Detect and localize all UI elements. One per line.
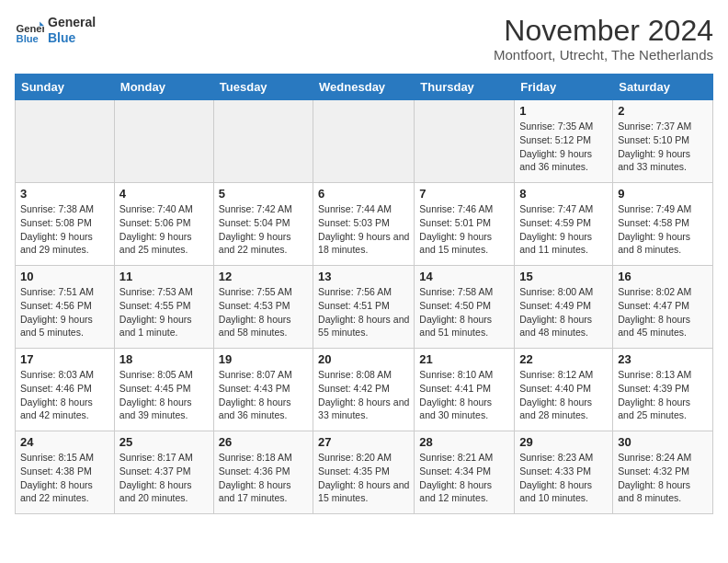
logo-icon: General Blue (15, 16, 44, 45)
day-info: Sunrise: 8:17 AM Sunset: 4:37 PM Dayligh… (119, 451, 209, 505)
day-cell-27: 27Sunrise: 8:20 AM Sunset: 4:35 PM Dayli… (313, 431, 415, 514)
weekday-header-friday: Friday (515, 75, 613, 100)
day-info: Sunrise: 7:42 AM Sunset: 5:04 PM Dayligh… (219, 202, 308, 257)
day-cell-29: 29Sunrise: 8:23 AM Sunset: 4:33 PM Dayli… (515, 431, 613, 514)
day-number: 20 (318, 352, 409, 366)
day-info: Sunrise: 8:05 AM Sunset: 4:45 PM Dayligh… (119, 368, 209, 422)
day-number: 1 (519, 104, 608, 118)
day-info: Sunrise: 8:20 AM Sunset: 4:35 PM Dayligh… (318, 451, 409, 505)
day-cell-23: 23Sunrise: 8:13 AM Sunset: 4:39 PM Dayli… (613, 349, 713, 431)
title-area: November 2024 Montfoort, Utrecht, The Ne… (494, 15, 713, 63)
day-cell-28: 28Sunrise: 8:21 AM Sunset: 4:34 PM Dayli… (415, 431, 515, 514)
day-info: Sunrise: 7:49 AM Sunset: 4:58 PM Dayligh… (618, 202, 708, 257)
day-info: Sunrise: 7:46 AM Sunset: 5:01 PM Dayligh… (419, 202, 509, 257)
day-number: 5 (219, 187, 308, 201)
day-number: 30 (618, 435, 708, 449)
day-cell-4: 4Sunrise: 7:40 AM Sunset: 5:06 PM Daylig… (114, 183, 213, 266)
day-info: Sunrise: 8:02 AM Sunset: 4:47 PM Dayligh… (618, 285, 708, 339)
calendar-table: SundayMondayTuesdayWednesdayThursdayFrid… (15, 74, 713, 514)
day-cell-16: 16Sunrise: 8:02 AM Sunset: 4:47 PM Dayli… (613, 266, 713, 349)
main-title: November 2024 (494, 15, 713, 47)
day-cell-21: 21Sunrise: 8:10 AM Sunset: 4:41 PM Dayli… (415, 349, 515, 431)
day-number: 28 (419, 435, 509, 449)
day-cell-2: 2Sunrise: 7:37 AM Sunset: 5:10 PM Daylig… (613, 100, 713, 183)
day-info: Sunrise: 8:08 AM Sunset: 4:42 PM Dayligh… (318, 368, 409, 422)
day-cell-12: 12Sunrise: 7:55 AM Sunset: 4:53 PM Dayli… (213, 266, 313, 349)
day-info: Sunrise: 8:24 AM Sunset: 4:32 PM Dayligh… (618, 451, 708, 505)
week-row-5: 24Sunrise: 8:15 AM Sunset: 4:38 PM Dayli… (16, 431, 713, 514)
day-cell-24: 24Sunrise: 8:15 AM Sunset: 4:38 PM Dayli… (16, 431, 115, 514)
weekday-header-sunday: Sunday (16, 75, 115, 100)
day-info: Sunrise: 8:13 AM Sunset: 4:39 PM Dayligh… (618, 368, 708, 422)
empty-cell (213, 100, 313, 183)
weekday-header-tuesday: Tuesday (213, 75, 313, 100)
svg-text:Blue: Blue (17, 33, 39, 44)
day-number: 27 (318, 435, 409, 449)
day-info: Sunrise: 7:40 AM Sunset: 5:06 PM Dayligh… (119, 202, 209, 257)
day-info: Sunrise: 8:07 AM Sunset: 4:43 PM Dayligh… (219, 368, 308, 422)
week-row-3: 10Sunrise: 7:51 AM Sunset: 4:56 PM Dayli… (16, 266, 713, 349)
day-info: Sunrise: 7:47 AM Sunset: 4:59 PM Dayligh… (519, 202, 608, 257)
day-cell-13: 13Sunrise: 7:56 AM Sunset: 4:51 PM Dayli… (313, 266, 415, 349)
day-number: 10 (20, 270, 109, 283)
day-number: 18 (119, 352, 209, 366)
day-info: Sunrise: 7:51 AM Sunset: 4:56 PM Dayligh… (20, 285, 109, 339)
day-number: 17 (20, 352, 109, 366)
day-info: Sunrise: 7:56 AM Sunset: 4:51 PM Dayligh… (318, 285, 409, 339)
empty-cell (313, 100, 415, 183)
day-info: Sunrise: 7:53 AM Sunset: 4:55 PM Dayligh… (119, 285, 209, 339)
day-cell-18: 18Sunrise: 8:05 AM Sunset: 4:45 PM Dayli… (114, 349, 213, 431)
day-number: 19 (219, 352, 308, 366)
day-number: 15 (519, 270, 608, 283)
week-row-2: 3Sunrise: 7:38 AM Sunset: 5:08 PM Daylig… (16, 183, 713, 266)
day-number: 22 (519, 352, 608, 366)
day-number: 23 (618, 352, 708, 366)
day-number: 21 (419, 352, 509, 366)
day-number: 9 (618, 187, 708, 201)
weekday-header-monday: Monday (114, 75, 213, 100)
weekday-header-row: SundayMondayTuesdayWednesdayThursdayFrid… (16, 75, 713, 100)
day-info: Sunrise: 7:37 AM Sunset: 5:10 PM Dayligh… (618, 120, 708, 174)
empty-cell (114, 100, 213, 183)
day-number: 7 (419, 187, 509, 201)
day-number: 4 (119, 187, 209, 201)
day-info: Sunrise: 8:15 AM Sunset: 4:38 PM Dayligh… (20, 451, 109, 505)
day-cell-7: 7Sunrise: 7:46 AM Sunset: 5:01 PM Daylig… (415, 183, 515, 266)
day-number: 11 (119, 270, 209, 283)
day-cell-1: 1Sunrise: 7:35 AM Sunset: 5:12 PM Daylig… (515, 100, 613, 183)
week-row-1: 1Sunrise: 7:35 AM Sunset: 5:12 PM Daylig… (16, 100, 713, 183)
weekday-header-saturday: Saturday (613, 75, 713, 100)
day-cell-3: 3Sunrise: 7:38 AM Sunset: 5:08 PM Daylig… (16, 183, 115, 266)
day-number: 6 (318, 187, 409, 201)
day-number: 8 (519, 187, 608, 201)
day-cell-10: 10Sunrise: 7:51 AM Sunset: 4:56 PM Dayli… (16, 266, 115, 349)
day-info: Sunrise: 7:44 AM Sunset: 5:03 PM Dayligh… (318, 202, 409, 257)
day-number: 25 (119, 435, 209, 449)
logo-text: General Blue (48, 15, 96, 46)
day-number: 16 (618, 270, 708, 283)
logo: General Blue General Blue (15, 15, 96, 46)
day-cell-19: 19Sunrise: 8:07 AM Sunset: 4:43 PM Dayli… (213, 349, 313, 431)
day-info: Sunrise: 7:55 AM Sunset: 4:53 PM Dayligh… (219, 285, 308, 339)
day-cell-9: 9Sunrise: 7:49 AM Sunset: 4:58 PM Daylig… (613, 183, 713, 266)
day-cell-17: 17Sunrise: 8:03 AM Sunset: 4:46 PM Dayli… (16, 349, 115, 431)
day-info: Sunrise: 7:58 AM Sunset: 4:50 PM Dayligh… (419, 285, 509, 339)
day-info: Sunrise: 8:10 AM Sunset: 4:41 PM Dayligh… (419, 368, 509, 422)
day-cell-20: 20Sunrise: 8:08 AM Sunset: 4:42 PM Dayli… (313, 349, 415, 431)
day-info: Sunrise: 8:21 AM Sunset: 4:34 PM Dayligh… (419, 451, 509, 505)
day-number: 3 (20, 187, 109, 201)
empty-cell (16, 100, 115, 183)
day-cell-30: 30Sunrise: 8:24 AM Sunset: 4:32 PM Dayli… (613, 431, 713, 514)
day-info: Sunrise: 8:03 AM Sunset: 4:46 PM Dayligh… (20, 368, 109, 422)
day-cell-26: 26Sunrise: 8:18 AM Sunset: 4:36 PM Dayli… (213, 431, 313, 514)
empty-cell (415, 100, 515, 183)
weekday-header-wednesday: Wednesday (313, 75, 415, 100)
day-cell-6: 6Sunrise: 7:44 AM Sunset: 5:03 PM Daylig… (313, 183, 415, 266)
header: General Blue General Blue November 2024 … (15, 15, 713, 63)
day-cell-22: 22Sunrise: 8:12 AM Sunset: 4:40 PM Dayli… (515, 349, 613, 431)
day-number: 14 (419, 270, 509, 283)
day-info: Sunrise: 7:35 AM Sunset: 5:12 PM Dayligh… (519, 120, 608, 174)
day-info: Sunrise: 8:23 AM Sunset: 4:33 PM Dayligh… (519, 451, 608, 505)
weekday-header-thursday: Thursday (415, 75, 515, 100)
week-row-4: 17Sunrise: 8:03 AM Sunset: 4:46 PM Dayli… (16, 349, 713, 431)
